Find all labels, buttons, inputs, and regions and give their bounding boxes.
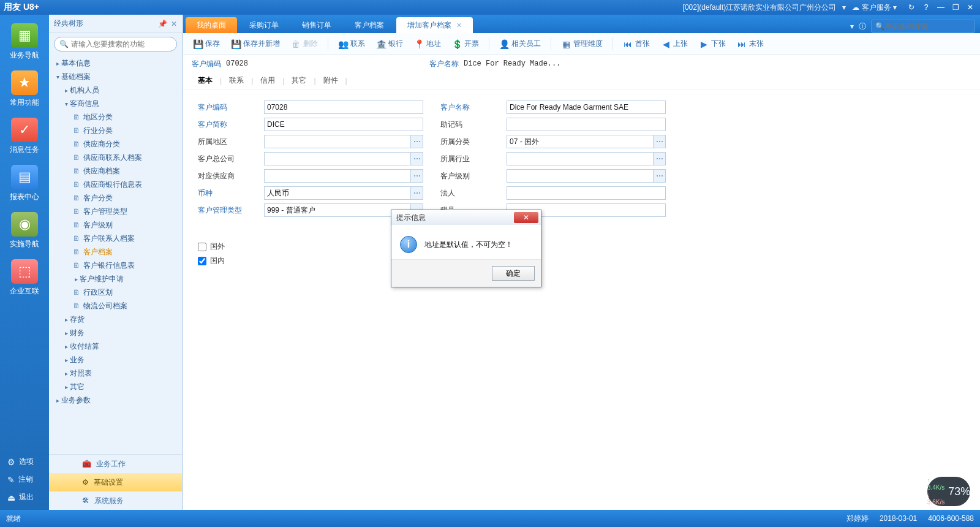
nav-implement[interactable]: ◉实施导航 [3, 208, 46, 256]
subtab-contact[interactable]: 联系 [223, 73, 250, 88]
leaf-supplier-archive[interactable]: 🗎供应商档案 [49, 164, 182, 178]
node-stock[interactable]: ▸存货 [49, 313, 182, 326]
picker-icon[interactable]: ⋯ [653, 153, 665, 165]
input-hq[interactable] [264, 152, 423, 165]
next-button[interactable]: ▶下张 [694, 36, 731, 51]
node-finance[interactable]: ▸财务 [49, 326, 182, 339]
help-circle-icon[interactable]: ⓘ [859, 21, 866, 32]
bank-button[interactable]: 🏦银行 [371, 36, 408, 51]
tree-body[interactable]: ▸基本信息 ▾基础档案 ▸机构人员 ▾客商信息 🗎地区分类 🗎行业分类 🗎供应商… [49, 55, 182, 454]
dialog-close-icon[interactable]: ✕ [514, 212, 538, 223]
leaf-customer-cat[interactable]: 🗎客户分类 [49, 191, 182, 205]
check-domestic[interactable]: 国内 [198, 256, 965, 266]
last-button[interactable]: ⏭末张 [732, 36, 769, 51]
picker-icon[interactable]: ⋯ [410, 187, 423, 199]
subtab-other[interactable]: 其它 [285, 73, 312, 88]
tree-search-input[interactable] [71, 40, 172, 48]
checkbox-domestic[interactable] [198, 257, 206, 265]
leaf-industry[interactable]: 🗎行业分类 [49, 124, 182, 137]
leaf-supplier-contact[interactable]: 🗎供应商联系人档案 [49, 151, 182, 164]
subtab-attach[interactable]: 附件 [317, 73, 344, 88]
tab-sales-order[interactable]: 销售订单 [291, 17, 342, 33]
node-other[interactable]: ▸其它 [49, 380, 182, 393]
barcode-search-input[interactable] [884, 22, 971, 31]
input-level[interactable] [507, 169, 666, 183]
prev-button[interactable]: ◀上张 [656, 36, 693, 51]
leaf-customer-level[interactable]: 🗎客户级别 [49, 218, 182, 232]
maximize-icon[interactable]: ❐ [949, 2, 962, 13]
checkbox-foreign[interactable] [198, 243, 206, 251]
footer-tab-work[interactable]: 🧰业务工作 [49, 455, 182, 473]
tree-search-box[interactable]: 🔍 [54, 37, 177, 51]
input-legal[interactable] [507, 186, 666, 200]
nav-business[interactable]: ▦业务导航 [3, 20, 46, 67]
node-basic-info[interactable]: ▸基本信息 [49, 56, 182, 70]
node-biz[interactable]: ▸业务 [49, 353, 182, 366]
leaf-supplier-cat[interactable]: 🗎供应商分类 [49, 137, 182, 151]
leaf-logistics[interactable]: 🗎物流公司档案 [49, 299, 182, 313]
picker-icon[interactable]: ⋯ [410, 170, 423, 182]
node-biz-param[interactable]: ▸业务参数 [49, 393, 182, 407]
contact-button[interactable]: 👥联系 [333, 36, 370, 51]
exit-button[interactable]: ⏏退出 [0, 488, 49, 506]
tab-customer-archive[interactable]: 客户档案 [344, 17, 395, 33]
leaf-customer-maint[interactable]: ▸客户维护申请 [49, 272, 182, 286]
nav-reports[interactable]: ▤报表中心 [3, 161, 46, 208]
input-region[interactable] [264, 135, 423, 148]
picker-icon[interactable]: ⋯ [410, 153, 423, 165]
pin-icon[interactable]: 📌 [158, 20, 167, 28]
node-receipt[interactable]: ▸收付结算 [49, 339, 182, 353]
options-button[interactable]: ⚙选项 [0, 453, 49, 471]
input-mnemonic[interactable] [507, 118, 666, 131]
leaf-customer-mgmt[interactable]: 🗎客户管理类型 [49, 205, 182, 218]
logout-button[interactable]: ✎注销 [0, 471, 49, 488]
nav-enterprise[interactable]: ⬚企业互联 [3, 256, 46, 303]
close-icon[interactable]: ✕ [964, 2, 976, 13]
network-widget[interactable]: ↑ 3.4K/s ↓ 3.6K/s 73% [927, 477, 970, 506]
tab-purchase-order[interactable]: 采购订单 [238, 17, 290, 33]
staff-button[interactable]: 👤相关员工 [494, 36, 546, 51]
first-button[interactable]: ⏮首张 [618, 36, 655, 51]
input-short[interactable] [264, 118, 423, 131]
subtab-basic[interactable]: 基本 [192, 73, 219, 88]
leaf-admin-div[interactable]: 🗎行政区划 [49, 286, 182, 299]
input-trade[interactable] [507, 152, 666, 165]
invoice-button[interactable]: 💲开票 [447, 36, 484, 51]
tab-desktop[interactable]: 我的桌面 [186, 17, 237, 33]
minimize-icon[interactable]: — [935, 2, 947, 13]
node-org[interactable]: ▸机构人员 [49, 83, 182, 97]
leaf-customer-archive[interactable]: 🗎客户档案 [49, 245, 182, 259]
input-category[interactable] [507, 135, 666, 148]
help-icon[interactable]: ? [920, 2, 932, 13]
mgmtdim-button[interactable]: ▦管理维度 [556, 36, 608, 51]
dialog-titlebar[interactable]: 提示信息 ✕ [391, 210, 541, 225]
picker-icon[interactable]: ⋯ [653, 170, 665, 182]
picker-icon[interactable]: ⋯ [653, 135, 665, 148]
save-add-button[interactable]: 💾保存并新增 [226, 36, 285, 51]
save-button[interactable]: 💾保存 [188, 36, 225, 51]
leaf-customer-bank[interactable]: 🗎客户银行信息表 [49, 259, 182, 272]
input-currency[interactable] [264, 186, 423, 200]
tab-close-icon[interactable]: ✕ [456, 21, 462, 29]
panel-close-icon[interactable]: ✕ [171, 20, 177, 28]
service-link[interactable]: ☁ 客户服务 ▾ [852, 2, 897, 13]
leaf-area[interactable]: 🗎地区分类 [49, 110, 182, 124]
node-partner[interactable]: ▾客商信息 [49, 97, 182, 110]
subtab-credit[interactable]: 信用 [254, 73, 281, 88]
leaf-customer-contact[interactable]: 🗎客户联系人档案 [49, 232, 182, 245]
leaf-supplier-bank[interactable]: 🗎供应商银行信息表 [49, 178, 182, 191]
barcode-search[interactable]: 🔍 [871, 20, 975, 33]
node-compare[interactable]: ▸对照表 [49, 366, 182, 380]
dropdown-icon[interactable]: ▾ [842, 3, 846, 12]
footer-tab-base[interactable]: ⚙基础设置 [49, 473, 182, 491]
node-base-archive[interactable]: ▾基础档案 [49, 70, 182, 83]
picker-icon[interactable]: ⋯ [410, 135, 423, 148]
footer-tab-sys[interactable]: 🛠系统服务 [49, 491, 182, 510]
input-name[interactable] [507, 100, 666, 114]
check-foreign[interactable]: 国外 [198, 241, 965, 252]
dialog-ok-button[interactable]: 确定 [492, 266, 535, 281]
tab-overflow-icon[interactable]: ▾ [850, 22, 854, 31]
tab-add-customer[interactable]: 增加客户档案✕ [396, 17, 473, 33]
input-supplier[interactable] [264, 169, 423, 183]
refresh-icon[interactable]: ↻ [905, 2, 918, 13]
